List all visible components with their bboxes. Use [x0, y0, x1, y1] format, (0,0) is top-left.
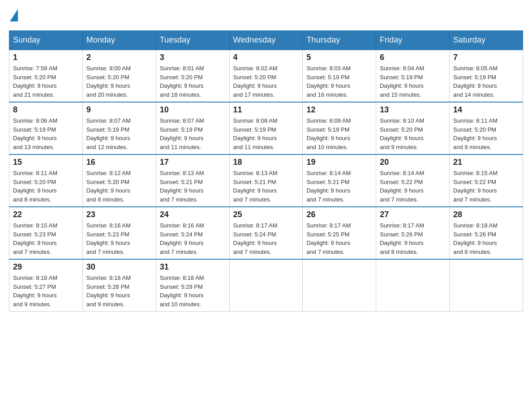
day-info: Sunrise: 8:00 AM Sunset: 5:20 PM Dayligh…	[86, 64, 152, 99]
calendar-cell: 6 Sunrise: 8:04 AM Sunset: 5:19 PM Dayli…	[376, 50, 450, 102]
day-info: Sunrise: 8:14 AM Sunset: 5:21 PM Dayligh…	[306, 169, 372, 204]
calendar-cell: 11 Sunrise: 8:08 AM Sunset: 5:19 PM Dayl…	[229, 102, 303, 154]
day-number: 7	[453, 53, 519, 62]
weekday-header-saturday: Saturday	[450, 31, 523, 50]
day-number: 1	[13, 53, 79, 62]
calendar-cell: 2 Sunrise: 8:00 AM Sunset: 5:20 PM Dayli…	[82, 50, 156, 102]
day-number: 19	[306, 158, 372, 167]
calendar-cell: 20 Sunrise: 8:14 AM Sunset: 5:22 PM Dayl…	[376, 154, 450, 207]
calendar-cell: 25 Sunrise: 8:17 AM Sunset: 5:24 PM Dayl…	[229, 207, 303, 259]
day-info: Sunrise: 8:16 AM Sunset: 5:24 PM Dayligh…	[160, 221, 226, 256]
page-header	[9, 9, 523, 21]
day-info: Sunrise: 8:15 AM Sunset: 5:22 PM Dayligh…	[453, 169, 519, 204]
day-number: 18	[233, 158, 299, 167]
day-info: Sunrise: 8:11 AM Sunset: 5:20 PM Dayligh…	[453, 116, 519, 151]
day-info: Sunrise: 8:05 AM Sunset: 5:19 PM Dayligh…	[453, 64, 519, 99]
calendar-cell: 7 Sunrise: 8:05 AM Sunset: 5:19 PM Dayli…	[450, 50, 523, 102]
calendar-cell: 26 Sunrise: 8:17 AM Sunset: 5:25 PM Dayl…	[303, 207, 376, 259]
day-info: Sunrise: 8:16 AM Sunset: 5:23 PM Dayligh…	[86, 221, 152, 256]
calendar-cell: 29 Sunrise: 8:18 AM Sunset: 5:27 PM Dayl…	[9, 259, 83, 312]
day-info: Sunrise: 8:10 AM Sunset: 5:20 PM Dayligh…	[380, 116, 446, 151]
calendar-cell: 21 Sunrise: 8:15 AM Sunset: 5:22 PM Dayl…	[450, 154, 523, 207]
week-row-4: 22 Sunrise: 8:15 AM Sunset: 5:23 PM Dayl…	[9, 207, 523, 259]
weekday-header-friday: Friday	[376, 31, 450, 50]
day-number: 24	[160, 210, 226, 219]
weekday-header-monday: Monday	[82, 31, 156, 50]
day-number: 29	[13, 262, 79, 272]
day-info: Sunrise: 8:11 AM Sunset: 5:20 PM Dayligh…	[13, 169, 79, 204]
calendar-cell: 22 Sunrise: 8:15 AM Sunset: 5:23 PM Dayl…	[9, 207, 83, 259]
day-number: 5	[306, 53, 372, 62]
weekday-header-row: SundayMondayTuesdayWednesdayThursdayFrid…	[9, 31, 523, 50]
day-info: Sunrise: 8:08 AM Sunset: 5:19 PM Dayligh…	[233, 116, 299, 151]
day-info: Sunrise: 8:12 AM Sunset: 5:20 PM Dayligh…	[86, 169, 152, 204]
day-number: 9	[86, 105, 152, 115]
calendar-table: SundayMondayTuesdayWednesdayThursdayFrid…	[9, 30, 523, 312]
calendar-cell: 12 Sunrise: 8:09 AM Sunset: 5:19 PM Dayl…	[303, 102, 376, 154]
calendar-cell: 14 Sunrise: 8:11 AM Sunset: 5:20 PM Dayl…	[450, 102, 523, 154]
weekday-header-wednesday: Wednesday	[229, 31, 303, 50]
day-number: 12	[306, 105, 372, 115]
day-number: 16	[86, 158, 152, 167]
calendar-cell: 5 Sunrise: 8:03 AM Sunset: 5:19 PM Dayli…	[303, 50, 376, 102]
day-number: 8	[13, 105, 79, 115]
day-number: 4	[233, 53, 299, 62]
day-number: 3	[160, 53, 226, 62]
calendar-cell: 19 Sunrise: 8:14 AM Sunset: 5:21 PM Dayl…	[303, 154, 376, 207]
day-number: 10	[160, 105, 226, 115]
day-info: Sunrise: 8:02 AM Sunset: 5:20 PM Dayligh…	[233, 64, 299, 99]
day-info: Sunrise: 8:17 AM Sunset: 5:25 PM Dayligh…	[306, 221, 372, 256]
day-number: 20	[380, 158, 446, 167]
logo-triangle-icon	[10, 9, 18, 21]
calendar-cell: 13 Sunrise: 8:10 AM Sunset: 5:20 PM Dayl…	[376, 102, 450, 154]
weekday-header-thursday: Thursday	[303, 31, 376, 50]
calendar-cell: 1 Sunrise: 7:59 AM Sunset: 5:20 PM Dayli…	[9, 50, 83, 102]
calendar-cell: 10 Sunrise: 8:07 AM Sunset: 5:19 PM Dayl…	[156, 102, 229, 154]
calendar-cell	[450, 259, 523, 312]
calendar-cell: 15 Sunrise: 8:11 AM Sunset: 5:20 PM Dayl…	[9, 154, 83, 207]
day-number: 23	[86, 210, 152, 219]
calendar-cell: 23 Sunrise: 8:16 AM Sunset: 5:23 PM Dayl…	[82, 207, 156, 259]
day-info: Sunrise: 8:17 AM Sunset: 5:24 PM Dayligh…	[233, 221, 299, 256]
day-info: Sunrise: 8:18 AM Sunset: 5:28 PM Dayligh…	[86, 274, 152, 308]
calendar-cell: 9 Sunrise: 8:07 AM Sunset: 5:19 PM Dayli…	[82, 102, 156, 154]
weekday-header-sunday: Sunday	[9, 31, 83, 50]
day-number: 6	[380, 53, 446, 62]
day-info: Sunrise: 8:18 AM Sunset: 5:26 PM Dayligh…	[453, 221, 519, 256]
day-info: Sunrise: 8:04 AM Sunset: 5:19 PM Dayligh…	[380, 64, 446, 99]
day-info: Sunrise: 7:59 AM Sunset: 5:20 PM Dayligh…	[13, 64, 79, 99]
week-row-2: 8 Sunrise: 8:06 AM Sunset: 5:19 PM Dayli…	[9, 102, 523, 154]
day-info: Sunrise: 8:18 AM Sunset: 5:29 PM Dayligh…	[160, 274, 226, 308]
day-number: 31	[160, 262, 226, 272]
day-number: 28	[453, 210, 519, 219]
day-number: 13	[380, 105, 446, 115]
day-info: Sunrise: 8:13 AM Sunset: 5:21 PM Dayligh…	[160, 169, 226, 204]
day-number: 21	[453, 158, 519, 167]
calendar-cell: 24 Sunrise: 8:16 AM Sunset: 5:24 PM Dayl…	[156, 207, 229, 259]
day-number: 25	[233, 210, 299, 219]
calendar-cell: 8 Sunrise: 8:06 AM Sunset: 5:19 PM Dayli…	[9, 102, 83, 154]
day-number: 17	[160, 158, 226, 167]
calendar-cell: 18 Sunrise: 8:13 AM Sunset: 5:21 PM Dayl…	[229, 154, 303, 207]
week-row-3: 15 Sunrise: 8:11 AM Sunset: 5:20 PM Dayl…	[9, 154, 523, 207]
day-info: Sunrise: 8:07 AM Sunset: 5:19 PM Dayligh…	[160, 116, 226, 151]
day-number: 30	[86, 262, 152, 272]
calendar-cell: 4 Sunrise: 8:02 AM Sunset: 5:20 PM Dayli…	[229, 50, 303, 102]
week-row-5: 29 Sunrise: 8:18 AM Sunset: 5:27 PM Dayl…	[9, 259, 523, 312]
day-number: 22	[13, 210, 79, 219]
day-info: Sunrise: 8:13 AM Sunset: 5:21 PM Dayligh…	[233, 169, 299, 204]
calendar-cell	[229, 259, 303, 312]
day-info: Sunrise: 8:15 AM Sunset: 5:23 PM Dayligh…	[13, 221, 79, 256]
calendar-cell: 28 Sunrise: 8:18 AM Sunset: 5:26 PM Dayl…	[450, 207, 523, 259]
calendar-cell: 27 Sunrise: 8:17 AM Sunset: 5:26 PM Dayl…	[376, 207, 450, 259]
day-number: 26	[306, 210, 372, 219]
calendar-cell: 16 Sunrise: 8:12 AM Sunset: 5:20 PM Dayl…	[82, 154, 156, 207]
calendar-cell	[376, 259, 450, 312]
day-number: 27	[380, 210, 446, 219]
logo	[9, 9, 19, 21]
calendar-cell: 30 Sunrise: 8:18 AM Sunset: 5:28 PM Dayl…	[82, 259, 156, 312]
day-info: Sunrise: 8:17 AM Sunset: 5:26 PM Dayligh…	[380, 221, 446, 256]
calendar-cell: 17 Sunrise: 8:13 AM Sunset: 5:21 PM Dayl…	[156, 154, 229, 207]
week-row-1: 1 Sunrise: 7:59 AM Sunset: 5:20 PM Dayli…	[9, 50, 523, 102]
day-number: 2	[86, 53, 152, 62]
